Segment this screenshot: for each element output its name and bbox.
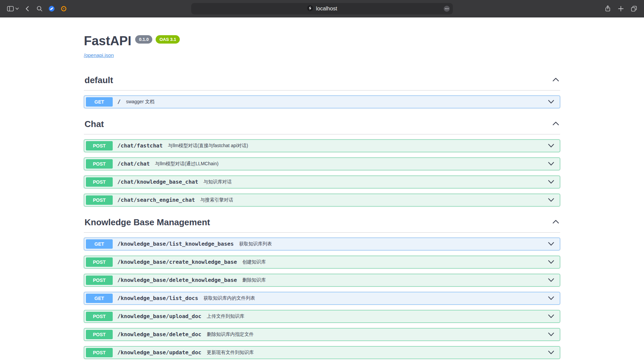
expand-chevron-down-icon[interactable] (548, 180, 554, 184)
operation-description: 与搜索引擎对话 (200, 197, 233, 203)
site-favicon (307, 5, 313, 13)
method-badge: POST (86, 141, 113, 150)
operation-row[interactable]: POST /knowledge_base/delete_knowledge_ba… (84, 274, 560, 287)
sidebar-chevron-down-icon[interactable] (15, 7, 19, 10)
operation-row[interactable]: GET /knowledge_base/list_docs 获取知识库内的文件列… (84, 292, 560, 305)
method-badge: GET (86, 239, 113, 249)
operation-path: /knowledge_base/update_doc (117, 349, 201, 356)
expand-chevron-down-icon[interactable] (548, 350, 554, 355)
method-badge: GET (86, 97, 113, 107)
expand-chevron-down-icon[interactable] (548, 162, 554, 166)
operation-path: /knowledge_base/upload_doc (117, 313, 201, 319)
method-badge: GET (86, 294, 113, 303)
method-badge: POST (86, 312, 113, 321)
operation-path: /knowledge_base/list_docs (117, 295, 198, 301)
operation-row[interactable]: POST /knowledge_base/update_doc 更新现有文件到知… (84, 346, 560, 359)
expand-chevron-down-icon[interactable] (548, 332, 554, 337)
operation-description: 与llm模型对话(通过LLMChain) (155, 161, 218, 167)
expand-chevron-down-icon[interactable] (548, 242, 554, 246)
section-header[interactable]: default (84, 72, 560, 90)
collapse-chevron-up-icon[interactable] (552, 121, 559, 127)
operation-path: /chat/knowledge_base_chat (117, 179, 198, 185)
page-content: FastAPI 0.1.0 OAS 3.1 /openapi.json defa… (0, 17, 644, 362)
operation-path: /knowledge_base/delete_knowledge_base (117, 277, 237, 283)
share-icon[interactable] (604, 5, 611, 12)
method-badge: POST (86, 348, 113, 357)
section-title: default (85, 75, 113, 85)
page-title: FastAPI (84, 34, 131, 48)
address-bar[interactable]: localhost (191, 3, 453, 14)
search-icon[interactable] (36, 5, 43, 12)
section-header[interactable]: Chat (84, 116, 560, 134)
operation-row[interactable]: POST /chat/search_engine_chat 与搜索引擎对话 (84, 194, 560, 206)
sidebar-toggle-icon[interactable] (7, 5, 14, 12)
method-badge: POST (86, 257, 113, 267)
operation-path: / (117, 99, 121, 105)
method-badge: POST (86, 276, 113, 285)
collapse-chevron-up-icon[interactable] (552, 77, 559, 83)
operation-description: 上传文件到知识库 (207, 313, 244, 319)
expand-chevron-down-icon[interactable] (548, 314, 554, 318)
operation-row[interactable]: GET /knowledge_base/list_knowledge_bases… (84, 238, 560, 250)
operation-description: 创建知识库 (242, 259, 266, 265)
expand-chevron-down-icon[interactable] (548, 296, 554, 300)
sections: default GET / swagger 文档 Chat POST /chat… (84, 72, 560, 362)
new-tab-icon[interactable] (618, 6, 624, 12)
section-header[interactable]: Knowledge Base Management (84, 215, 560, 233)
page-menu-icon[interactable] (443, 5, 450, 13)
operation-list: GET /knowledge_base/list_knowledge_bases… (84, 238, 560, 362)
operation-row[interactable]: POST /knowledge_base/delete_doc 删除知识库内指定… (84, 328, 560, 341)
expand-chevron-down-icon[interactable] (548, 260, 554, 264)
api-section: Knowledge Base Management GET /knowledge… (84, 215, 560, 362)
operation-path: /chat/chat (117, 161, 150, 167)
operation-path: /chat/fastchat (117, 142, 163, 149)
blue-extension-icon[interactable] (48, 5, 55, 12)
api-section: Chat POST /chat/fastchat 与llm模型对话(直接与fas… (84, 116, 560, 206)
operation-description: 删除知识库 (242, 277, 266, 283)
operation-description: 与知识库对话 (204, 179, 232, 185)
expand-chevron-down-icon[interactable] (548, 143, 554, 148)
back-icon[interactable] (24, 5, 31, 12)
expand-chevron-down-icon[interactable] (548, 198, 554, 202)
operation-description: 更新现有文件到知识库 (207, 350, 254, 356)
operation-path: /knowledge_base/delete_doc (117, 331, 201, 338)
operation-description: 获取知识库内的文件列表 (204, 295, 255, 301)
operation-list: GET / swagger 文档 (84, 96, 560, 108)
method-badge: POST (86, 159, 113, 169)
tab-overview-icon[interactable] (631, 5, 637, 12)
section-title: Knowledge Base Management (85, 217, 210, 228)
orange-extension-icon[interactable] (60, 5, 67, 12)
url-text: localhost (316, 6, 337, 12)
operation-row[interactable]: POST /chat/knowledge_base_chat 与知识库对话 (84, 176, 560, 188)
operation-row[interactable]: POST /knowledge_base/create_knowledge_ba… (84, 256, 560, 268)
operation-row[interactable]: POST /knowledge_base/upload_doc 上传文件到知识库 (84, 310, 560, 323)
operation-path: /knowledge_base/create_knowledge_base (117, 259, 237, 265)
collapse-chevron-up-icon[interactable] (552, 219, 559, 225)
api-section: default GET / swagger 文档 (84, 72, 560, 108)
operation-row[interactable]: POST /chat/fastchat 与llm模型对话(直接与fastchat… (84, 139, 560, 152)
method-badge: POST (86, 177, 113, 187)
oas-badge: OAS 3.1 (156, 35, 180, 44)
operation-row[interactable]: GET / swagger 文档 (84, 96, 560, 108)
operation-path: /chat/search_engine_chat (117, 197, 195, 203)
expand-chevron-down-icon[interactable] (548, 278, 554, 282)
version-badge: 0.1.0 (135, 35, 152, 44)
operation-row[interactable]: POST /chat/chat 与llm模型对话(通过LLMChain) (84, 158, 560, 170)
openapi-spec-link[interactable]: /openapi.json (84, 52, 114, 58)
operation-list: POST /chat/fastchat 与llm模型对话(直接与fastchat… (84, 139, 560, 206)
operation-description: swagger 文档 (126, 99, 155, 105)
method-badge: POST (86, 330, 113, 339)
operation-description: 获取知识库列表 (239, 241, 272, 247)
browser-toolbar: localhost (0, 0, 644, 17)
method-badge: POST (86, 195, 113, 205)
operation-description: 与llm模型对话(直接与fastchat api对话) (168, 143, 248, 149)
operation-path: /knowledge_base/list_knowledge_bases (117, 241, 234, 247)
expand-chevron-down-icon[interactable] (548, 100, 554, 104)
operation-description: 删除知识库内指定文件 (207, 331, 254, 338)
section-title: Chat (85, 119, 104, 129)
